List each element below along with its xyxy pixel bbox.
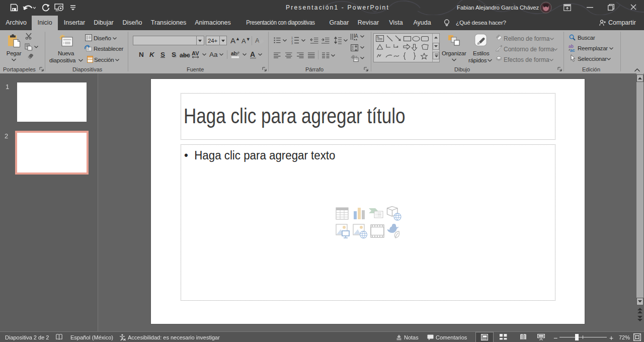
svg-text:3: 3 xyxy=(291,42,293,44)
svg-text:A: A xyxy=(255,37,260,44)
svg-text:AV: AV xyxy=(192,51,199,56)
svg-text:ac: ac xyxy=(570,48,575,52)
svg-text:A: A xyxy=(355,33,358,39)
